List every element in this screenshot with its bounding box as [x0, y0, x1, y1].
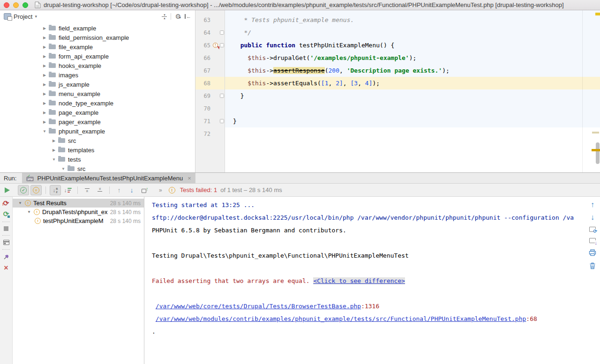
tree-item[interactable]: ▶field_example — [0, 23, 195, 33]
fold-marker-icon[interactable] — [220, 30, 224, 35]
import-test-results-button[interactable]: ↑ — [139, 185, 150, 195]
next-failed-test-button[interactable]: ↓ — [126, 185, 137, 195]
gutter-cell: 69 — [195, 89, 225, 102]
tree-item[interactable]: ▼phpunit_example — [0, 126, 195, 136]
run-configuration-tab[interactable]: ✓ php PHPUnitExampleMenuTest.testPhpUnit… — [22, 173, 195, 184]
ignored-circle-icon: ≡ — [33, 187, 39, 193]
console-line: . — [152, 325, 585, 338]
expand-arrow-icon[interactable]: ▶ — [42, 73, 47, 77]
rerun-icon[interactable]: ⟳ — [3, 211, 9, 217]
expand-arrow-icon[interactable]: ▶ — [42, 120, 47, 124]
fold-marker-icon[interactable] — [220, 94, 224, 98]
tree-item[interactable]: ▶js_example — [0, 80, 195, 89]
tree-item[interactable]: ▶file_example — [0, 42, 195, 52]
stacktrace-link[interactable]: /var/www/web/core/tests/Drupal/Tests/Bro… — [156, 303, 361, 310]
close-tab-icon[interactable]: × — [188, 175, 191, 182]
expand-arrow-icon[interactable]: ▶ — [42, 101, 47, 105]
code-text[interactable]: $this->assertEquals([1, 2], [3, 4]); — [225, 77, 600, 89]
tree-item-label: phpunit_example — [59, 128, 105, 135]
fold-marker-icon[interactable] — [220, 43, 224, 47]
expand-arrow-icon[interactable]: ▶ — [42, 111, 47, 115]
previous-failed-test-button[interactable]: ↑ — [113, 185, 125, 195]
expand-arrow-icon[interactable]: ▶ — [52, 148, 56, 152]
console-text — [152, 315, 156, 322]
tree-item[interactable]: ▶templates — [0, 145, 195, 155]
pin-icon[interactable] — [3, 254, 9, 260]
collapse-arrow-icon[interactable]: ▼ — [52, 157, 56, 162]
tree-item-label: field_permission_example — [59, 34, 129, 41]
expand-arrow-icon[interactable]: ▶ — [42, 64, 47, 68]
rerun-button[interactable] — [5, 187, 10, 193]
rerun-failed-tests-icon[interactable]: ⟳! — [3, 200, 9, 207]
expand-arrow-icon[interactable]: ▶ — [42, 26, 47, 30]
tree-item[interactable]: ▼src — [0, 164, 195, 172]
test-tree-item[interactable]: ▼!Drupal\Tests\phpunit_ex28 s 140 ms — [13, 208, 144, 216]
collapse-arrow-icon[interactable]: ▼ — [17, 201, 23, 205]
tree-item[interactable]: ▶page_example — [0, 108, 195, 117]
sort-alphabetically-button[interactable]: ↓az — [50, 185, 61, 195]
hide-panel-icon[interactable]: ← — [185, 14, 191, 19]
soft-wrap-icon[interactable]: ⟳ — [589, 227, 596, 232]
editor-scrollbar-thumb[interactable] — [596, 142, 600, 164]
close-window-button[interactable] — [4, 2, 9, 8]
zoom-window-button[interactable] — [22, 2, 28, 8]
expand-arrow-icon[interactable]: ▶ — [42, 82, 47, 87]
trash-icon[interactable] — [589, 262, 596, 269]
tree-item-label: images — [59, 72, 78, 79]
code-text[interactable]: } — [225, 115, 600, 127]
code-text[interactable]: */ — [225, 26, 600, 39]
expand-arrow-icon[interactable]: ▶ — [42, 92, 47, 96]
tree-item[interactable]: ▶form_api_example — [0, 52, 195, 61]
tree-item[interactable]: ▶node_type_example — [0, 98, 195, 108]
tree-item[interactable]: ▶hooks_example — [0, 61, 195, 70]
show-ignored-button[interactable]: ≡ — [30, 185, 42, 195]
expand-all-button[interactable]: « — [82, 185, 93, 195]
test-console-output[interactable]: Testing started at 13:25 ...sftp://docke… — [144, 197, 585, 364]
tree-item[interactable]: ▶images — [0, 70, 195, 80]
expand-arrow-icon[interactable]: ▶ — [42, 36, 47, 40]
collapse-arrow-icon[interactable]: ▼ — [26, 210, 32, 214]
collapse-arrow-icon[interactable]: ▼ — [61, 167, 66, 171]
fold-marker-icon[interactable] — [220, 119, 224, 123]
minimize-window-button[interactable] — [13, 2, 19, 8]
test-tree-item[interactable]: !testPhpUnitExampleM28 s 140 ms — [13, 216, 144, 225]
tree-item[interactable]: ▼tests — [0, 155, 195, 164]
sort-by-duration-button[interactable]: ↓ — [62, 185, 74, 195]
stacktrace-link[interactable]: /var/www/web/modules/contrib/examples/ph… — [156, 315, 526, 322]
tree-item-label: templates — [68, 147, 94, 154]
open-results-icon[interactable]: ↓ — [589, 238, 596, 243]
scroll-from-source-icon[interactable]: ▾▴ — [162, 14, 167, 19]
arrow-down-icon[interactable]: ↓ — [591, 214, 594, 221]
code-editor[interactable]: 63 * Tests phpunit_example menus.64 */65… — [195, 10, 600, 172]
printer-icon[interactable] — [589, 249, 596, 256]
show-passed-button[interactable]: ✓ — [18, 185, 29, 195]
stop-icon[interactable] — [4, 226, 8, 231]
arrow-up-icon[interactable]: ↑ — [591, 201, 594, 208]
chevron-down-icon[interactable]: ▾ — [35, 14, 37, 19]
code-text[interactable] — [225, 102, 600, 115]
tree-item[interactable]: ▶field_permission_example — [0, 33, 195, 42]
more-actions-icon[interactable]: » — [159, 187, 163, 193]
code-text[interactable]: $this->drupalGet('/examples/phpunit-exam… — [225, 52, 600, 64]
stacktrace-link[interactable]: <Click to see difference> — [313, 277, 405, 284]
test-failed-gutter-icon[interactable]: ! — [213, 43, 218, 48]
code-text[interactable]: $this->assertResponse(200, 'Description … — [225, 64, 600, 77]
expand-arrow-icon[interactable]: ▶ — [42, 54, 47, 59]
collapse-arrow-icon[interactable]: ▼ — [42, 129, 47, 134]
tree-item[interactable]: ▶pager_example — [0, 117, 195, 126]
collapse-all-button[interactable]: « — [94, 185, 105, 195]
code-text[interactable]: } — [225, 89, 600, 102]
expand-arrow-icon[interactable]: ▶ — [52, 139, 56, 143]
test-tree-item[interactable]: ▼!Test Results28 s 140 ms — [13, 199, 144, 208]
expand-arrow-icon[interactable]: ▶ — [42, 45, 47, 49]
close-icon[interactable]: × — [4, 265, 8, 271]
tree-item[interactable]: ▶src — [0, 136, 195, 145]
settings-gear-icon[interactable]: ⚙▾ — [175, 13, 181, 20]
code-text[interactable]: * Tests phpunit_example menus. — [225, 14, 600, 26]
code-text[interactable] — [225, 127, 600, 140]
code-token: '/examples/phpunit-example' — [310, 54, 409, 61]
restore-layout-icon[interactable] — [3, 240, 9, 245]
project-panel-title[interactable]: Project — [14, 13, 32, 20]
code-text[interactable]: public function testPhpUnitExampleMenu()… — [225, 39, 600, 52]
tree-item[interactable]: ▶menu_example — [0, 89, 195, 98]
